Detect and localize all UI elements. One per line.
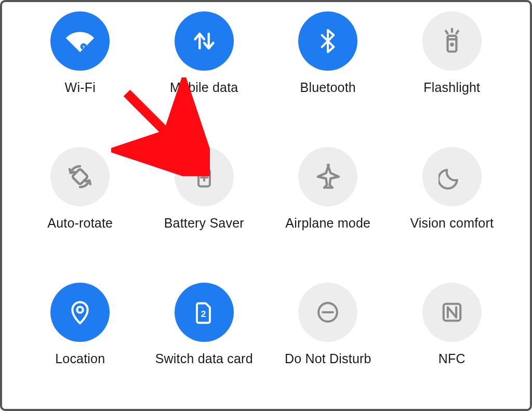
bluetooth-icon — [298, 11, 357, 71]
tile-label: Mobile data — [170, 80, 238, 95]
tile-mobile-data[interactable]: Mobile data — [145, 11, 264, 95]
moon-icon — [422, 147, 482, 206]
svg-rect-6 — [202, 166, 206, 169]
tile-label: Battery Saver — [164, 216, 244, 231]
svg-text:2: 2 — [201, 309, 206, 319]
wifi-icon: ? — [50, 11, 110, 71]
tile-label: Do Not Disturb — [285, 351, 371, 366]
tile-label: Bluetooth — [300, 80, 356, 95]
location-icon — [50, 283, 110, 342]
mobile-data-icon — [175, 11, 234, 71]
tile-label: Flashlight — [423, 80, 480, 95]
tile-wifi[interactable]: ? Wi-Fi — [21, 11, 140, 95]
quick-settings-grid: ? Wi-Fi Mobile data Bluetooth — [21, 11, 511, 366]
tile-nfc[interactable]: NFC — [393, 283, 512, 366]
tile-label: Vision comfort — [410, 216, 494, 231]
tile-label: Wi-Fi — [65, 80, 96, 95]
tile-label: Auto-rotate — [47, 216, 113, 231]
tile-airplane-mode[interactable]: Airplane mode — [269, 147, 388, 231]
nfc-icon — [422, 283, 482, 342]
tile-flashlight[interactable]: Flashlight — [393, 11, 512, 95]
tile-battery-saver[interactable]: Battery Saver — [145, 147, 264, 231]
tile-bluetooth[interactable]: Bluetooth — [269, 11, 388, 95]
svg-text:?: ? — [82, 45, 85, 50]
airplane-icon — [298, 147, 357, 206]
auto-rotate-icon — [50, 147, 110, 206]
dnd-icon — [298, 283, 357, 342]
tile-label: Airplane mode — [285, 216, 370, 231]
battery-saver-icon — [175, 147, 234, 206]
tile-location[interactable]: Location — [21, 283, 140, 366]
tile-auto-rotate[interactable]: Auto-rotate — [21, 147, 140, 231]
tile-label: NFC — [438, 351, 466, 366]
flashlight-icon — [422, 11, 482, 71]
tile-label: Location — [55, 351, 105, 366]
tile-switch-data-card[interactable]: 2 Switch data card — [145, 283, 264, 366]
tile-label: Switch data card — [155, 351, 253, 366]
quick-settings-panel: ? Wi-Fi Mobile data Bluetooth — [0, 0, 532, 411]
svg-point-7 — [77, 307, 83, 312]
svg-point-3 — [451, 44, 453, 45]
sim-card-icon: 2 — [175, 283, 234, 342]
tile-vision-comfort[interactable]: Vision comfort — [393, 147, 512, 231]
tile-do-not-disturb[interactable]: Do Not Disturb — [269, 283, 388, 366]
